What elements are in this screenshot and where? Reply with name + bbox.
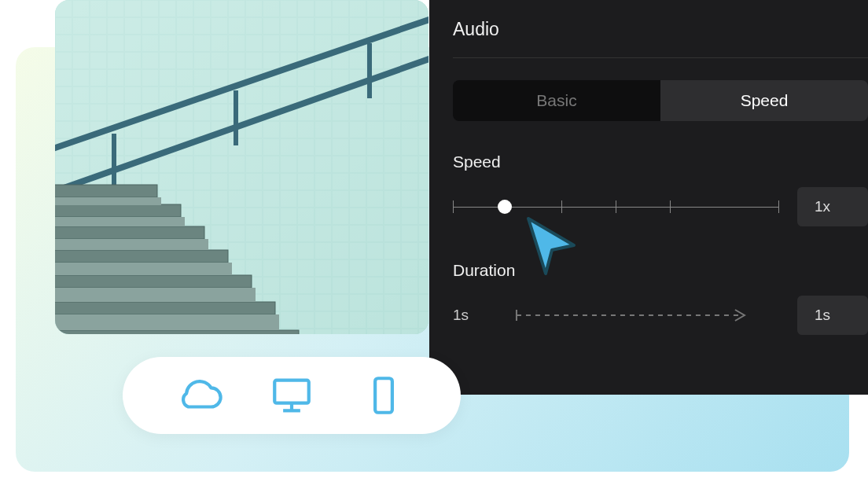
svg-rect-16 [55,197,161,205]
speed-row: 1x [453,187,868,226]
panel-title: Audio [453,19,868,40]
device-toolbar [123,357,461,434]
tab-basic[interactable]: Basic [453,80,660,121]
svg-rect-17 [55,217,185,226]
preview-image [55,0,428,334]
desktop-icon[interactable] [269,373,314,418]
audio-panel: Audio Basic Speed Speed 1x Duration 1s 1… [429,0,868,395]
speed-slider[interactable] [453,197,778,216]
speed-value[interactable]: 1x [797,187,868,226]
svg-rect-15 [55,330,299,334]
duration-end-value[interactable]: 1s [797,296,868,335]
divider [453,57,868,58]
svg-rect-11 [55,226,204,239]
speed-label: Speed [453,153,868,171]
svg-rect-10 [55,204,181,217]
svg-rect-27 [375,378,392,413]
svg-rect-19 [55,263,232,275]
duration-start: 1s [453,307,469,324]
svg-rect-24 [274,381,309,403]
duration-label: Duration [453,261,868,280]
svg-rect-14 [55,302,275,314]
speed-slider-thumb[interactable] [498,200,512,214]
svg-rect-12 [55,250,228,263]
cloud-icon[interactable] [177,373,223,418]
svg-rect-13 [55,275,252,288]
tab-group: Basic Speed [453,80,868,121]
svg-rect-9 [55,185,157,197]
tab-speed[interactable]: Speed [660,80,868,121]
svg-rect-18 [55,239,208,250]
duration-arrow-icon [484,308,782,322]
svg-rect-20 [55,288,256,302]
duration-row: 1s 1s [453,296,868,335]
mobile-icon[interactable] [361,373,406,418]
svg-rect-21 [55,314,279,330]
